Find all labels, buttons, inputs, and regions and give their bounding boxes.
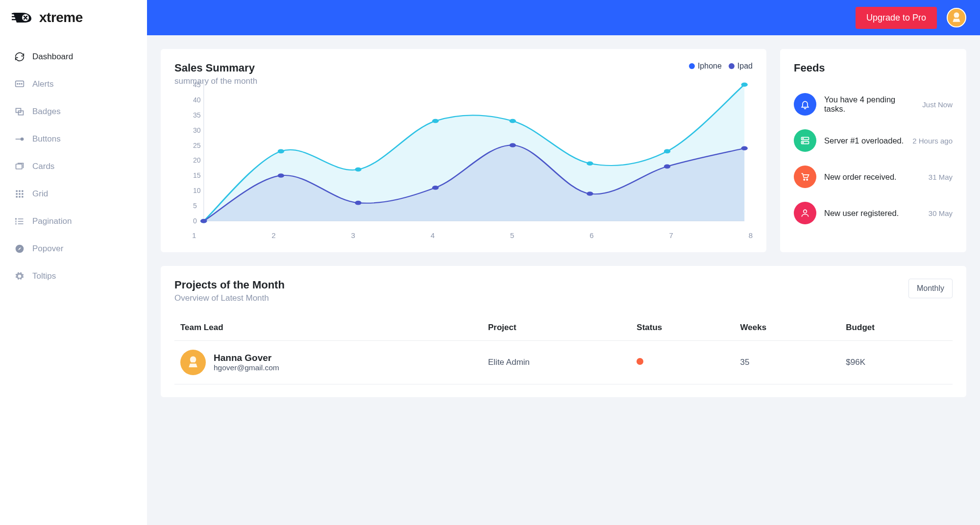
x-tick: 4 bbox=[431, 231, 435, 239]
sidebar-item-alerts[interactable]: Alerts bbox=[0, 71, 147, 98]
toggle-icon bbox=[15, 134, 24, 144]
svg-rect-10 bbox=[16, 191, 18, 192]
refresh-icon bbox=[15, 52, 24, 62]
x-tick: 7 bbox=[669, 231, 673, 239]
x-tick: 5 bbox=[510, 231, 514, 239]
lead-name: Hanna Gover bbox=[214, 353, 279, 363]
svg-point-36 bbox=[587, 191, 593, 196]
sidebar-item-cards[interactable]: Cards bbox=[0, 153, 147, 180]
svg-point-27 bbox=[510, 119, 516, 123]
feed-item[interactable]: You have 4 pending tasks.Just Now bbox=[794, 86, 953, 122]
legend-item-iphone: Iphone bbox=[689, 62, 722, 71]
x-tick: 3 bbox=[351, 231, 355, 239]
svg-rect-16 bbox=[16, 196, 18, 197]
col-project: Project bbox=[482, 315, 631, 341]
layers-icon bbox=[15, 107, 24, 117]
server-icon bbox=[794, 129, 816, 152]
svg-point-3 bbox=[19, 83, 20, 84]
sidebar-item-badges[interactable]: Badges bbox=[0, 98, 147, 125]
chart-x-axis: 12345678 bbox=[192, 231, 753, 239]
legend-label: Ipad bbox=[737, 62, 753, 71]
sales-chart: 051015202530354045 bbox=[177, 79, 753, 226]
svg-rect-11 bbox=[19, 191, 20, 192]
card-stack-icon bbox=[15, 162, 24, 171]
svg-rect-17 bbox=[19, 196, 20, 197]
sidebar-item-label: Cards bbox=[32, 162, 54, 171]
sidebar-item-label: Grid bbox=[32, 189, 48, 199]
sidebar-item-label: Buttons bbox=[32, 134, 61, 144]
projects-title: Projects of the Month bbox=[174, 279, 285, 291]
sidebar: xtreme Dashboard Alerts Badges Buttons C… bbox=[0, 0, 147, 411]
user-icon bbox=[794, 202, 816, 224]
feed-time: 31 May bbox=[929, 173, 953, 181]
feed-item[interactable]: New order received.31 May bbox=[794, 159, 953, 195]
sidebar-item-toltips[interactable]: Toltips bbox=[0, 262, 147, 290]
brand-logo: xtreme bbox=[0, 0, 147, 35]
projects-card: Projects of the Month Overview of Latest… bbox=[161, 266, 966, 397]
col-weeks: Weeks bbox=[735, 315, 840, 341]
projects-table: Team Lead Project Status Weeks Budget Ha… bbox=[174, 315, 953, 384]
svg-point-25 bbox=[355, 167, 361, 172]
feed-item[interactable]: Server #1 overloaded.2 Hours ago bbox=[794, 122, 953, 159]
brand-mark-icon bbox=[12, 10, 33, 25]
col-status: Status bbox=[631, 315, 734, 341]
feed-text: You have 4 pending tasks. bbox=[824, 95, 914, 114]
feeds-card: Feeds You have 4 pending tasks.Just NowS… bbox=[780, 49, 966, 252]
sidebar-item-pagination[interactable]: Pagination bbox=[0, 208, 147, 235]
legend-dot-icon bbox=[689, 63, 695, 69]
sidebar-item-label: Badges bbox=[32, 107, 61, 117]
lead-email: hgover@gmail.com bbox=[214, 363, 279, 372]
sidebar-item-label: Pagination bbox=[32, 216, 72, 226]
svg-point-35 bbox=[510, 143, 516, 147]
legend-label: Iphone bbox=[698, 62, 722, 71]
user-avatar[interactable] bbox=[947, 8, 966, 27]
feed-time: 2 Hours ago bbox=[912, 137, 953, 145]
table-row[interactable]: Hanna Goverhgover@gmail.comElite Admin35… bbox=[174, 341, 953, 384]
svg-point-32 bbox=[278, 173, 284, 178]
cell-status bbox=[631, 341, 734, 384]
feed-text: New order received. bbox=[824, 172, 921, 182]
gear-icon bbox=[15, 271, 24, 281]
svg-point-45 bbox=[804, 210, 807, 213]
svg-point-4 bbox=[21, 83, 22, 84]
svg-point-28 bbox=[587, 161, 593, 166]
svg-rect-13 bbox=[16, 193, 18, 194]
sidebar-item-dashboard[interactable]: Dashboard bbox=[0, 43, 147, 71]
svg-point-41 bbox=[803, 138, 804, 139]
sidebar-item-buttons[interactable]: Buttons bbox=[0, 125, 147, 153]
feeds-title: Feeds bbox=[794, 62, 953, 74]
cell-weeks: 35 bbox=[735, 341, 840, 384]
sidebar-item-label: Popover bbox=[32, 244, 63, 254]
svg-point-38 bbox=[741, 146, 748, 150]
svg-point-19 bbox=[16, 218, 17, 219]
svg-rect-18 bbox=[22, 196, 23, 197]
svg-rect-15 bbox=[22, 193, 23, 194]
sidebar-item-grid[interactable]: Grid bbox=[0, 180, 147, 208]
svg-point-31 bbox=[200, 219, 207, 223]
svg-point-24 bbox=[278, 149, 284, 154]
sidebar-item-popover[interactable]: Popover bbox=[0, 235, 147, 262]
x-tick: 8 bbox=[749, 231, 753, 239]
sales-summary-card: Sales Summary summary of the month Iphon… bbox=[161, 49, 766, 252]
sidebar-item-label: Alerts bbox=[32, 79, 53, 89]
brand-name: xtreme bbox=[39, 10, 83, 25]
list-icon bbox=[15, 216, 24, 226]
col-lead: Team Lead bbox=[174, 315, 482, 341]
grid-icon bbox=[15, 189, 24, 199]
svg-rect-12 bbox=[22, 191, 23, 192]
projects-range-dropdown[interactable]: Monthly bbox=[908, 279, 953, 298]
svg-point-8 bbox=[21, 138, 24, 141]
cart-icon bbox=[794, 166, 816, 188]
message-icon bbox=[15, 79, 24, 89]
upgrade-button[interactable]: Upgrade to Pro bbox=[856, 7, 937, 29]
x-tick: 1 bbox=[192, 231, 196, 239]
feed-item[interactable]: New user registered.30 May bbox=[794, 195, 953, 231]
svg-point-44 bbox=[807, 179, 808, 181]
projects-subtitle: Overview of Latest Month bbox=[174, 293, 285, 303]
legend-item-ipad: Ipad bbox=[729, 62, 753, 71]
compass-icon bbox=[15, 244, 24, 254]
feed-time: Just Now bbox=[922, 100, 953, 109]
feed-time: 30 May bbox=[929, 209, 953, 217]
sidebar-item-label: Toltips bbox=[32, 271, 56, 281]
svg-point-33 bbox=[355, 201, 361, 205]
